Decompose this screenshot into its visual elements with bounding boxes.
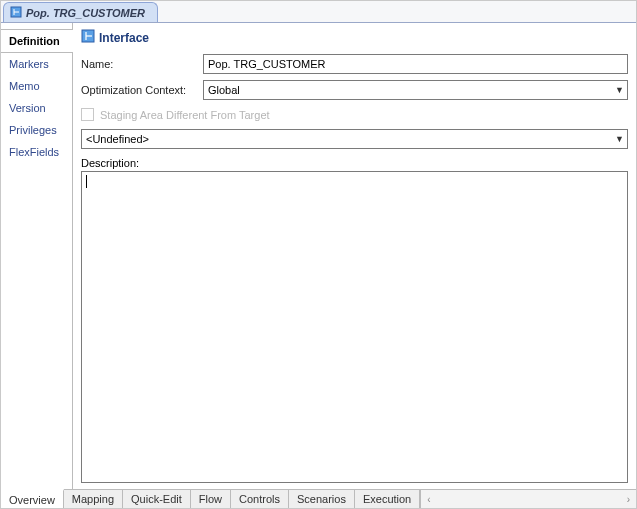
undefined-select[interactable]: ▼ xyxy=(81,129,628,149)
sidebar-item-privileges[interactable]: Privileges xyxy=(1,119,72,141)
sidebar-item-label: FlexFields xyxy=(9,146,59,158)
sidebar-item-label: Privileges xyxy=(9,124,57,136)
sidebar-item-memo[interactable]: Memo xyxy=(1,75,72,97)
bottom-tab-label: Mapping xyxy=(72,493,114,505)
undefined-value[interactable] xyxy=(81,129,628,149)
file-tab-strip: Pop. TRG_CUSTOMER xyxy=(1,1,636,23)
tab-overview[interactable]: Overview xyxy=(1,489,64,508)
bottom-tab-label: Execution xyxy=(363,493,411,505)
text-caret xyxy=(86,175,87,188)
name-label: Name: xyxy=(81,58,203,70)
description-label: Description: xyxy=(81,157,628,169)
sidebar-item-label: Version xyxy=(9,102,46,114)
tab-execution[interactable]: Execution xyxy=(355,490,420,508)
tab-scenarios[interactable]: Scenarios xyxy=(289,490,355,508)
tab-quick-edit[interactable]: Quick-Edit xyxy=(123,490,191,508)
file-tab[interactable]: Pop. TRG_CUSTOMER xyxy=(3,2,158,22)
bottom-tab-label: Controls xyxy=(239,493,280,505)
file-tab-title: Pop. TRG_CUSTOMER xyxy=(26,7,145,19)
bottom-scroll-track: ‹ › xyxy=(420,490,636,508)
context-select[interactable]: ▼ xyxy=(203,80,628,100)
staging-row: Staging Area Different From Target xyxy=(81,108,628,121)
description-textarea[interactable] xyxy=(81,171,628,483)
bottom-tab-label: Overview xyxy=(9,494,55,506)
description-group: Description: xyxy=(81,157,628,483)
tab-controls[interactable]: Controls xyxy=(231,490,289,508)
editor-root: Pop. TRG_CUSTOMER Definition Markers Mem… xyxy=(0,0,637,509)
bottom-tab-label: Scenarios xyxy=(297,493,346,505)
sidebar-item-label: Markers xyxy=(9,58,49,70)
sidebar-item-label: Definition xyxy=(9,35,60,47)
scroll-right-icon[interactable]: › xyxy=(627,494,630,505)
bottom-tab-strip: Overview Mapping Quick-Edit Flow Control… xyxy=(1,489,636,508)
name-input[interactable] xyxy=(203,54,628,74)
undefined-row: ▼ xyxy=(81,129,628,149)
sidebar-item-label: Memo xyxy=(9,80,40,92)
bottom-tab-label: Flow xyxy=(199,493,222,505)
name-row: Name: xyxy=(81,54,628,74)
sidebar-item-definition[interactable]: Definition xyxy=(1,29,72,53)
scroll-left-icon[interactable]: ‹ xyxy=(427,494,430,505)
sidebar-item-markers[interactable]: Markers xyxy=(1,53,72,75)
staging-label: Staging Area Different From Target xyxy=(100,109,270,121)
staging-checkbox[interactable] xyxy=(81,108,94,121)
context-row: Optimization Context: ▼ xyxy=(81,80,628,100)
middle-pane: Definition Markers Memo Version Privileg… xyxy=(1,23,636,489)
content-header: Interface xyxy=(81,29,628,46)
sidebar-item-flexfields[interactable]: FlexFields xyxy=(1,141,72,163)
bottom-tab-label: Quick-Edit xyxy=(131,493,182,505)
context-label: Optimization Context: xyxy=(81,84,203,96)
content-pane: Interface Name: Optimization Context: ▼ … xyxy=(73,23,636,489)
sidebar: Definition Markers Memo Version Privileg… xyxy=(1,23,73,489)
sidebar-item-version[interactable]: Version xyxy=(1,97,72,119)
content-title: Interface xyxy=(99,31,149,45)
context-value[interactable] xyxy=(203,80,628,100)
tab-flow[interactable]: Flow xyxy=(191,490,231,508)
interface-icon xyxy=(81,29,95,46)
interface-icon xyxy=(10,6,22,20)
tab-mapping[interactable]: Mapping xyxy=(64,490,123,508)
